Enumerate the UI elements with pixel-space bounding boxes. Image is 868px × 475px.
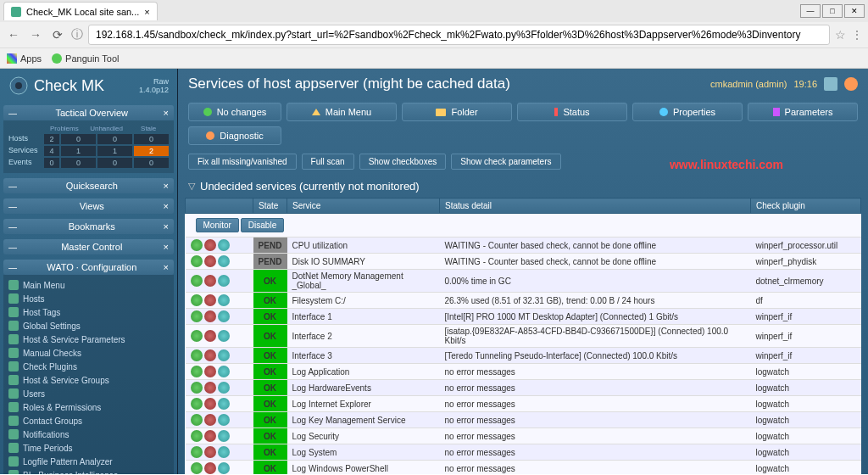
enable-icon[interactable] [191,414,203,426]
disable-icon[interactable] [204,414,216,426]
rule-icon[interactable] [218,275,230,287]
apps-shortcut[interactable]: Apps [7,53,42,64]
service-name[interactable]: Disk IO SUMMARY [287,254,440,270]
check-plugin[interactable]: winperf_processor.util [751,238,861,254]
full-scan-button[interactable]: Full scan [302,154,354,170]
service-name[interactable]: Interface 3 [287,348,440,364]
status-button[interactable]: Status [517,103,627,121]
check-plugin[interactable]: logwatch [751,380,861,396]
snapin-close-icon[interactable]: × [164,108,169,118]
wato-item[interactable]: Hosts [8,292,169,305]
wato-item[interactable]: Roles & Permissions [8,400,169,414]
rule-icon[interactable] [218,462,230,474]
service-name[interactable]: Log HardwareEvents [287,380,440,396]
rule-icon[interactable] [218,239,230,251]
enable-icon[interactable] [191,382,203,394]
rule-icon[interactable] [218,255,230,267]
check-plugin[interactable]: df [751,293,861,309]
enable-icon[interactable] [191,349,203,361]
disable-icon[interactable] [204,294,216,306]
disable-icon[interactable] [204,255,216,267]
rule-icon[interactable] [218,414,230,426]
snapin-close-icon[interactable]: × [164,262,169,272]
enable-icon[interactable] [191,430,203,442]
rule-icon[interactable] [218,446,230,458]
table-header[interactable]: State [253,198,287,214]
snapin-master-head[interactable]: —Master Control× [3,239,174,254]
show-check-params-button[interactable]: Show check parameters [451,154,560,170]
wato-item[interactable]: Users [8,387,169,400]
disable-icon[interactable] [204,366,216,377]
wato-item[interactable]: Host & Service Groups [8,373,169,387]
service-name[interactable]: CPU utilization [287,238,440,254]
snapin-collapse-icon[interactable]: — [8,109,17,118]
properties-button[interactable]: Properties [632,103,743,121]
book-icon[interactable] [824,77,837,91]
nav-forward-button[interactable]: → [27,26,44,43]
bookmark-star-icon[interactable]: ☆ [835,28,846,42]
rule-icon[interactable] [218,430,230,442]
service-name[interactable]: Interface 1 [287,309,440,325]
collapse-arrow-icon[interactable]: ▽ [188,181,195,192]
service-name[interactable]: Log Windows PowerShell [287,461,440,475]
diagnostic-button[interactable]: Diagnostic [188,126,281,145]
check-plugin[interactable]: logwatch [751,461,861,475]
enable-icon[interactable] [191,366,203,377]
service-name[interactable]: Log Application [287,364,440,380]
wato-item[interactable]: Check Plugins [8,360,169,373]
enable-icon[interactable] [191,255,203,267]
snapin-tactical-head[interactable]: — Tactical Overview × [3,105,174,120]
site-info-icon[interactable]: ⓘ [71,27,83,42]
check-plugin[interactable]: winperf_if [751,325,861,348]
service-name[interactable]: Log Key Management Service [287,412,440,428]
service-name[interactable]: Log System [287,444,440,461]
snapin-close-icon[interactable]: × [164,221,169,232]
enable-icon[interactable] [191,398,203,410]
window-maximize-button[interactable]: □ [822,4,843,18]
panguin-bookmark[interactable]: Panguin Tool [52,53,119,64]
section-head[interactable]: ▽ Undecided services (currently not moni… [178,175,868,198]
enable-icon[interactable] [191,462,203,474]
disable-icon[interactable] [204,349,216,361]
wato-item[interactable]: Notifications [8,428,169,441]
enable-icon[interactable] [191,239,203,251]
main-menu-button[interactable]: Main Menu [287,103,397,121]
disable-icon[interactable] [204,430,216,442]
nav-back-button[interactable]: ← [5,26,22,43]
wato-item[interactable]: Manual Checks [8,346,169,360]
tab-close-icon[interactable]: × [144,7,149,17]
wato-item[interactable]: Time Periods [8,441,169,455]
table-header[interactable]: Status detail [440,198,751,214]
enable-icon[interactable] [191,330,203,342]
disable-icon[interactable] [204,330,216,342]
rule-icon[interactable] [218,310,230,322]
url-input[interactable] [88,25,830,45]
fix-missing-button[interactable]: Fix all missing/vanished [188,154,297,170]
disable-icon[interactable] [204,275,216,287]
wato-item[interactable]: Contact Groups [8,414,169,428]
snapin-wato-head[interactable]: —WATO · Configuration× [3,260,174,275]
show-checkboxes-button[interactable]: Show checkboxes [359,154,447,170]
disable-icon[interactable] [204,446,216,458]
snapin-close-icon[interactable]: × [164,242,169,252]
service-name[interactable]: Filesystem C:/ [287,293,440,309]
service-name[interactable]: DotNet Memory Management _Global_ [287,270,440,293]
browser-tab[interactable]: Check_MK Local site san... × [3,2,158,20]
disable-icon[interactable] [204,382,216,394]
check-plugin[interactable]: logwatch [751,364,861,380]
wato-item[interactable]: Host Tags [8,305,169,319]
monitor-button[interactable]: Monitor [196,218,239,232]
snapin-close-icon[interactable]: × [164,201,169,211]
nav-reload-button[interactable]: ⟳ [49,26,66,43]
browser-menu-icon[interactable]: ⋮ [851,28,863,42]
enable-icon[interactable] [191,446,203,458]
table-header[interactable]: Check plugin [751,198,861,214]
disable-icon[interactable] [204,398,216,410]
wato-item[interactable]: BI - Business Intelligence [8,468,169,474]
snapin-bookmarks-head[interactable]: —Bookmarks× [3,219,174,234]
logo-block[interactable]: Check MK Raw1.4.0p12 [0,69,177,103]
check-plugin[interactable]: logwatch [751,444,861,461]
snapin-close-icon[interactable]: × [164,181,169,191]
enable-icon[interactable] [191,310,203,322]
rule-icon[interactable] [218,382,230,394]
